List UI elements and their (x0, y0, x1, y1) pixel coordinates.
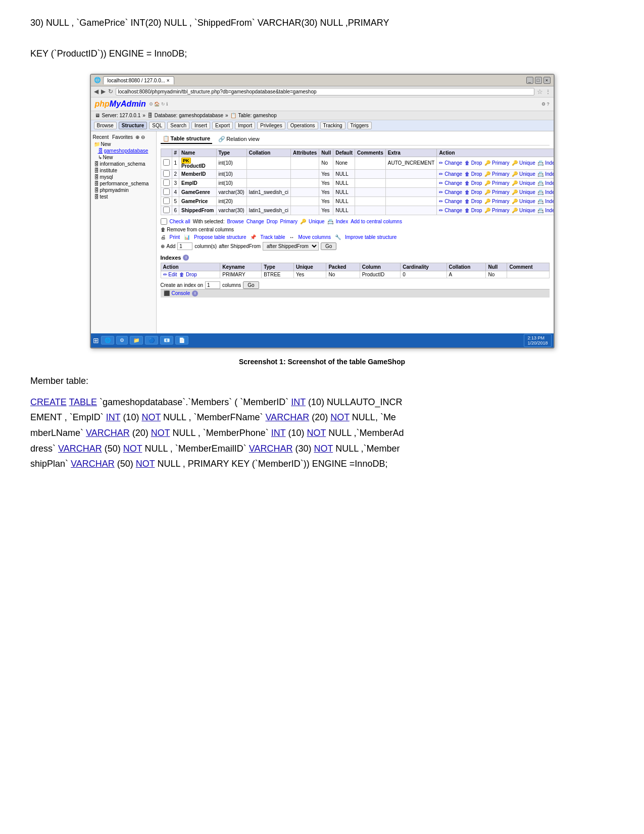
change-selected-link[interactable]: Change (246, 219, 264, 224)
primary-link[interactable]: Primary (280, 219, 298, 224)
index-link[interactable]: 📇 Index (537, 199, 553, 204)
not-link5[interactable]: NOT (123, 444, 142, 454)
unique-link[interactable]: 🔑 Unique (512, 199, 535, 204)
taskbar-app1[interactable]: ⚙ (116, 336, 128, 345)
sidebar-item-institute[interactable]: 🗄 institute (91, 167, 156, 174)
triggers-button[interactable]: Triggers (348, 122, 372, 129)
taskbar-start-icon[interactable]: ⊞ (93, 336, 99, 345)
sidebar-item-gameshopdatabase[interactable]: 🗄 gameshopdatabase (91, 148, 156, 154)
row-checkbox[interactable] (161, 197, 172, 206)
index-link[interactable]: 📇 Index (537, 160, 553, 166)
sidebar-new-icon[interactable]: ⊕ ⊖ (135, 134, 145, 140)
unique-link[interactable]: 🔑 Unique (512, 180, 535, 186)
drop-link[interactable]: 🗑 Drop (465, 189, 482, 195)
sidebar-item-phpmyadmin[interactable]: 🗄 phpmyadmin (91, 187, 156, 193)
minimize-button[interactable]: _ (526, 77, 533, 84)
primary-link[interactable]: 🔑 Primary (484, 180, 509, 186)
index-link[interactable]: Index (336, 219, 348, 224)
primary-link[interactable]: 🔑 Primary (484, 189, 509, 195)
row-checkbox[interactable] (161, 157, 172, 169)
tracking-button[interactable]: Tracking (320, 122, 345, 129)
row-checkbox[interactable] (161, 178, 172, 187)
varchar-link5[interactable]: VARCHAR (71, 459, 115, 469)
drop-link[interactable]: 🗑 Drop (465, 180, 482, 186)
track-table-link[interactable]: Track table (260, 234, 285, 240)
browser-tab[interactable]: localhost:8080 / 127.0.0... × (103, 76, 174, 84)
not-link3[interactable]: NOT (151, 428, 170, 438)
browse-selected-link[interactable]: Browse (227, 219, 243, 224)
primary-link[interactable]: 🔑 Primary (484, 160, 509, 166)
taskbar-app4[interactable]: 📧 (160, 336, 173, 345)
change-link[interactable]: ✏ Change (439, 160, 462, 166)
breadcrumb-db[interactable]: Database: gameshopdatabase (155, 113, 223, 118)
tab-relation-view[interactable]: 🔗 Relation view (216, 134, 261, 144)
improve-structure-link[interactable]: Improve table structure (345, 234, 397, 240)
unique-link[interactable]: 🔑 Unique (512, 160, 535, 166)
create-index-go-button[interactable]: Go (243, 281, 259, 289)
row-checkbox[interactable] (161, 187, 172, 197)
forward-button[interactable]: ▶ (101, 88, 106, 95)
sidebar-item-information-schema[interactable]: 🗄 information_schema (91, 161, 156, 167)
breadcrumb-table[interactable]: Table: gameshop (238, 113, 277, 118)
tab-table-structure[interactable]: 📋 Table structure (161, 134, 213, 144)
address-input[interactable] (116, 88, 534, 95)
drop-link[interactable]: 🗑 Drop (465, 160, 482, 166)
not-link1[interactable]: NOT (141, 412, 161, 422)
sidebar-item-new2[interactable]: ↳ New (91, 154, 156, 161)
varchar-link3[interactable]: VARCHAR (58, 444, 102, 454)
row-checkbox[interactable] (161, 206, 172, 215)
idx-drop-link[interactable]: 🗑 Drop (179, 272, 196, 277)
taskbar-browser[interactable]: 🌐 (101, 336, 114, 345)
search-button[interactable]: Search (167, 122, 189, 129)
unique-link[interactable]: 🔑 Unique (512, 189, 535, 195)
privileges-button[interactable]: Privileges (257, 122, 285, 129)
close-button[interactable]: × (543, 77, 551, 84)
idx-edit-link[interactable]: ✏ Edit (163, 272, 177, 277)
create-index-input[interactable] (205, 281, 220, 289)
int-link3[interactable]: INT (271, 428, 286, 438)
print-link[interactable]: Print (170, 234, 180, 240)
drop-link[interactable]: 🗑 Drop (465, 199, 482, 204)
indexes-info-icon[interactable]: i (183, 255, 189, 261)
check-all-link[interactable]: Check all (170, 219, 190, 224)
structure-button[interactable]: Structure (119, 122, 147, 129)
varchar-link4[interactable]: VARCHAR (249, 444, 293, 454)
check-all-checkbox[interactable] (161, 218, 167, 225)
index-link[interactable]: 📇 Index (537, 171, 553, 177)
columns-count-input[interactable] (177, 242, 192, 250)
insert-button[interactable]: Insert (191, 122, 210, 129)
primary-link[interactable]: 🔑 Primary (484, 199, 509, 204)
row-checkbox[interactable] (161, 169, 172, 178)
console-link[interactable]: Console (172, 290, 190, 296)
breadcrumb-server[interactable]: Server: 127.0.0.1 (102, 113, 141, 118)
drop-link[interactable]: 🗑 Drop (465, 208, 482, 213)
operations-button[interactable]: Operations (287, 122, 318, 129)
after-column-select[interactable]: after ShippedFrom (263, 242, 319, 251)
change-link[interactable]: ✏ Change (439, 199, 462, 204)
unique-link[interactable]: 🔑 Unique (512, 208, 535, 213)
int-link1[interactable]: INT (291, 397, 306, 407)
unique-link[interactable]: Unique (309, 219, 325, 224)
create-link[interactable]: CREATE (30, 397, 67, 407)
export-button[interactable]: Export (212, 122, 233, 129)
varchar-link2[interactable]: VARCHAR (86, 428, 130, 438)
propose-link[interactable]: Propose table structure (194, 234, 246, 240)
move-columns-link[interactable]: Move columns (299, 234, 331, 240)
change-link[interactable]: ✏ Change (439, 189, 462, 195)
change-link[interactable]: ✏ Change (439, 208, 462, 213)
not-link6[interactable]: NOT (314, 444, 333, 454)
import-button[interactable]: Import (235, 122, 255, 129)
unique-link[interactable]: 🔑 Unique (512, 171, 535, 177)
change-link[interactable]: ✏ Change (439, 171, 462, 177)
maximize-button[interactable]: □ (535, 77, 542, 84)
not-link4[interactable]: NOT (307, 428, 326, 438)
index-link[interactable]: 📇 Index (537, 180, 553, 186)
taskbar-app5[interactable]: 📄 (175, 336, 188, 345)
console-info-icon[interactable]: i (192, 290, 198, 297)
remove-central-link[interactable]: Remove from central columns (167, 227, 234, 232)
sidebar-item-mysql[interactable]: 🗄 mysql (91, 174, 156, 180)
add-central-link[interactable]: Add to central columns (351, 219, 402, 224)
index-link[interactable]: 📇 Index (537, 189, 553, 195)
not-link2[interactable]: NOT (330, 412, 350, 422)
menu-icon[interactable]: ⋮ (546, 89, 551, 94)
